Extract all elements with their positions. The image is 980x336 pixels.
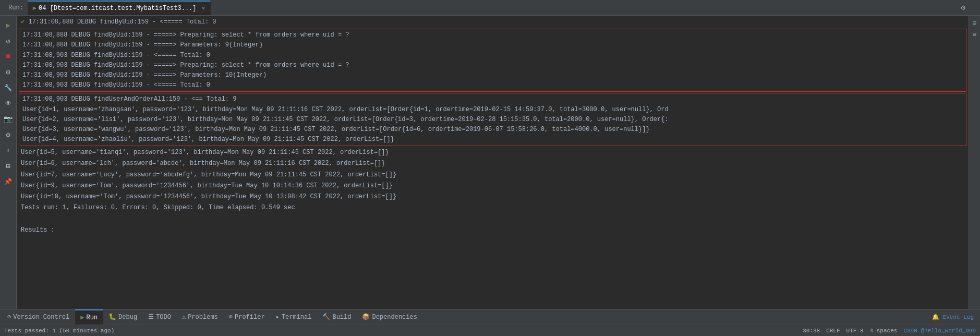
event-log-icon: 🔔 <box>932 314 939 320</box>
grid-button[interactable]: ⊞ <box>2 160 15 172</box>
tab-todo-label: TODO <box>156 314 171 321</box>
active-tab-text: 04 [Dtest=com.itcast.test.MybatisTest3..… <box>39 5 196 12</box>
tab-terminal[interactable]: ▸ Terminal <box>271 309 318 325</box>
rerun-button[interactable]: ↺ <box>2 34 15 47</box>
right-btn-2[interactable]: ≡ <box>970 30 979 40</box>
status-right: 30:38 CRLF UTF-8 4 spaces CSDN @hello_wo… <box>803 328 976 334</box>
build-icon: 🔨 <box>322 313 330 321</box>
wrench-button[interactable]: 🔧 <box>2 81 15 94</box>
profiler-icon: ⊕ <box>229 313 233 321</box>
dependencies-icon: 📦 <box>362 313 370 321</box>
left-toolbar: ▶ ↺ ■ ⚙ 🔧 👁 📷 ⚙ ⬇ ⊞ 📌 <box>0 16 17 309</box>
settings-button[interactable]: ⚙ <box>2 66 15 78</box>
todo-icon: ☰ <box>148 313 154 321</box>
tab-version-control-label: Version Control <box>13 314 69 321</box>
log-line: 17:31:08,888 DEBUG findByUid:159 - =====… <box>19 40 966 50</box>
log-line: User{id=1, username='zhangsan', password… <box>19 105 966 115</box>
tab-todo[interactable]: ☰ TODO <box>143 309 177 325</box>
red-box-2: 17:31:08,903 DEBUG findUserAndOrderAll:1… <box>19 93 966 146</box>
terminal-icon: ▸ <box>276 313 280 321</box>
status-left: Tests passed: 1 (50 minutes ago) <box>4 328 803 334</box>
check-mark: ✔ <box>21 18 28 26</box>
event-log-button[interactable]: 🔔 Event Log <box>932 314 974 320</box>
indent-spaces: 4 spaces <box>870 328 898 334</box>
cursor-position: 30:38 <box>803 328 820 334</box>
tab-build-label: Build <box>332 314 351 321</box>
log-line: ✔ 17:31:08,888 DEBUG findByUid:159 - <==… <box>17 17 969 28</box>
camera-button[interactable]: 📷 <box>2 113 15 125</box>
log-line: User{id=6, username='lch', password='abc… <box>17 158 969 169</box>
main-area: ▶ ↺ ■ ⚙ 🔧 👁 📷 ⚙ ⬇ ⊞ 📌 ✔ 17:31:08,888 DEB… <box>0 16 980 309</box>
active-run-tab[interactable]: ▶ 04 [Dtest=com.itcast.test.MybatisTest3… <box>28 1 211 15</box>
tab-dependencies[interactable]: 📦 Dependencies <box>357 309 422 325</box>
problems-icon: ⚠ <box>182 313 186 321</box>
log-line: Results : <box>17 225 969 236</box>
log-line: User{id=3, username='wangwu', password='… <box>19 125 966 135</box>
line-endings: CRLF <box>826 328 840 334</box>
tab-dependencies-label: Dependencies <box>372 314 417 321</box>
tab-run[interactable]: ▶ Run <box>75 309 103 325</box>
log-line: User{id=4, username='zhaoliu', password=… <box>19 135 966 145</box>
log-line: User{id=5, username='tianqi', password='… <box>17 147 969 158</box>
run-text: Run: <box>8 4 23 11</box>
tab-build[interactable]: 🔨 Build <box>317 309 357 325</box>
log-line: 17:31:08,888 DEBUG findByUid:159 - =====… <box>19 30 966 40</box>
log-text: 17:31:08,888 DEBUG findByUid:159 - <====… <box>28 18 216 26</box>
import-button[interactable]: ⬇ <box>2 144 15 157</box>
charset: UTF-8 <box>846 328 864 334</box>
run-icon-top: ▶ <box>33 4 37 12</box>
log-line: 17:31:08,903 DEBUG findUserAndOrderAll:1… <box>19 94 966 104</box>
watermark: CSDN @hello_world_999 <box>903 328 976 334</box>
tab-problems-label: Problems <box>188 314 218 321</box>
tab-profiler-label: Profiler <box>235 314 265 321</box>
tab-debug-label: Debug <box>118 314 137 321</box>
log-line: 17:31:08,903 DEBUG findByUid:159 - <====… <box>19 80 966 90</box>
tab-run-label: Run <box>87 314 98 321</box>
log-line: User{id=2, username='lisi', password='12… <box>19 115 966 125</box>
bottom-tab-bar: ⊙ Version Control ▶ Run 🐛 Debug ☰ TODO ⚠… <box>0 309 980 325</box>
log-line: Tests run: 1, Failures: 0, Errors: 0, Sk… <box>17 202 969 213</box>
bottom-right-area: 🔔 Event Log <box>932 314 978 320</box>
gear2-button[interactable]: ⚙ <box>2 128 15 141</box>
tab-debug[interactable]: 🐛 Debug <box>103 309 143 325</box>
log-line: 17:31:08,903 DEBUG findByUid:159 - =====… <box>19 61 966 70</box>
log-line: 17:31:08,903 DEBUG findByUid:159 - =====… <box>19 70 966 80</box>
tab-profiler[interactable]: ⊕ Profiler <box>224 309 271 325</box>
version-control-icon: ⊙ <box>7 313 11 321</box>
log-line: User{id=9, username='Tom', password='123… <box>17 181 969 191</box>
log-line: User{id=10, username='Tom', password='12… <box>17 191 969 202</box>
log-line: User{id=7, username='Lucy', password='ab… <box>17 170 969 181</box>
console-output[interactable]: ✔ 17:31:08,888 DEBUG findByUid:159 - <==… <box>17 16 969 309</box>
red-box-1: 17:31:08,888 DEBUG findByUid:159 - =====… <box>19 29 966 92</box>
tab-version-control[interactable]: ⊙ Version Control <box>2 309 75 325</box>
run-tab-icon: ▶ <box>80 314 84 321</box>
event-log-label: Event Log <box>943 314 974 320</box>
tab-problems[interactable]: ⚠ Problems <box>177 309 224 325</box>
status-tests-passed: Tests passed: 1 (50 minutes ago) <box>4 328 114 334</box>
right-toolbar: ≡ ≡ <box>969 16 980 309</box>
settings-gear-icon[interactable]: ⚙ <box>961 3 965 12</box>
right-btn-1[interactable]: ≡ <box>970 19 979 28</box>
log-line: 17:31:08,903 DEBUG findByUid:159 - <====… <box>19 51 966 61</box>
stop-button[interactable]: ■ <box>2 50 15 63</box>
run-label: Run: <box>4 4 28 11</box>
tab-close-button[interactable]: ✕ <box>202 5 205 11</box>
status-bar: Tests passed: 1 (50 minutes ago) 30:38 C… <box>0 325 980 336</box>
log-line <box>17 213 969 224</box>
tab-terminal-label: Terminal <box>282 314 312 321</box>
pin-button[interactable]: 📌 <box>2 175 15 188</box>
run-button[interactable]: ▶ <box>2 19 15 31</box>
eye-button[interactable]: 👁 <box>2 97 15 110</box>
debug-icon: 🐛 <box>108 313 116 321</box>
top-tab-bar: Run: ▶ 04 [Dtest=com.itcast.test.Mybatis… <box>0 0 980 16</box>
